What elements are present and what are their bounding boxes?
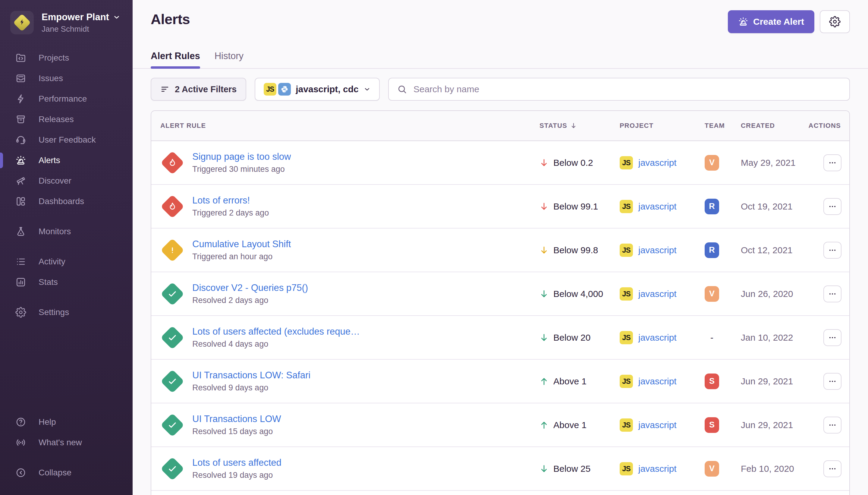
alert-rule-link[interactable]: Lots of users affected (excludes reque… (192, 326, 360, 337)
alert-rule-status-text: Resolved 2 days ago (192, 296, 308, 305)
alert-severity-icon (160, 151, 185, 175)
created-date: Jun 29, 2021 (741, 376, 793, 387)
bolt-logo-icon (18, 19, 26, 27)
javascript-platform-icon: JS (620, 331, 633, 344)
create-alert-button[interactable]: Create Alert (728, 10, 814, 33)
team-avatar: R (705, 199, 719, 214)
check-icon (167, 332, 177, 343)
row-actions-button[interactable] (823, 373, 841, 390)
project-link[interactable]: javascript (638, 420, 677, 430)
tab-history[interactable]: History (214, 51, 244, 68)
project-selector-label: javascript, cdc (296, 84, 358, 95)
table-row[interactable]: Lots of errors! Triggered 2 days ago Bel… (151, 185, 849, 228)
sidebar-nav: Projects Issues Performance Releases Use… (0, 48, 133, 483)
table-row[interactable]: Signup page is too slow Triggered 30 min… (151, 141, 849, 185)
sidebar-item-stats[interactable]: Stats (0, 272, 133, 292)
status-value: Below 20 (553, 332, 590, 343)
table-row[interactable]: Cumulative Layout Shift Triggered an hou… (151, 228, 849, 272)
sidebar-item-help[interactable]: Help (0, 412, 133, 432)
project-link[interactable]: javascript (638, 464, 677, 474)
projects-icon (15, 52, 27, 63)
threshold-arrow-icon (539, 289, 549, 299)
alert-rule-link[interactable]: Cumulative Layout Shift (192, 239, 291, 250)
column-header-project[interactable]: PROJECT (609, 122, 699, 130)
table-body: Signup page is too slow Triggered 30 min… (151, 141, 849, 491)
status-value: Below 0.2 (553, 158, 593, 168)
alert-rule-link[interactable]: UI Transactions LOW: Safari (192, 370, 310, 381)
sidebar-item-activity[interactable]: Activity (0, 252, 133, 272)
threshold-arrow-icon (539, 245, 549, 255)
sidebar-item-user-feedback[interactable]: User Feedback (0, 130, 133, 150)
sort-descending-icon (570, 122, 577, 130)
gear-icon (829, 16, 840, 28)
sidebar-item-collapse[interactable]: Collapse (0, 462, 133, 483)
alert-rule-link[interactable]: Discover V2 - Queries p75() (192, 283, 308, 293)
org-switcher[interactable]: Empower Plant Jane Schmidt (0, 11, 133, 34)
fire-icon (168, 202, 177, 211)
sidebar-item-settings[interactable]: Settings (0, 302, 133, 323)
row-actions-button[interactable] (823, 242, 841, 259)
active-filters-button[interactable]: 2 Active Filters (151, 78, 246, 101)
sidebar-item-label: Performance (39, 94, 87, 104)
sidebar-item-whats-new[interactable]: What's new (0, 432, 133, 453)
row-actions-button[interactable] (823, 329, 841, 346)
column-header-alert-rule[interactable]: ALERT RULE (151, 122, 534, 130)
search-input[interactable] (414, 84, 841, 95)
project-selector[interactable]: JS javascript, cdc (255, 78, 379, 101)
sidebar-item-performance[interactable]: Performance (0, 89, 133, 109)
column-header-status[interactable]: STATUS (534, 122, 609, 130)
alert-rule-link[interactable]: UI Transactions LOW (192, 414, 281, 425)
sidebar-item-alerts[interactable]: Alerts (0, 150, 133, 171)
table-row[interactable]: Lots of users affected Resolved 19 days … (151, 447, 849, 491)
sidebar-item-monitors[interactable]: Monitors (0, 221, 133, 242)
alert-rule-link[interactable]: Signup page is too slow (192, 151, 291, 162)
alert-rule-status-text: Resolved 9 days ago (192, 383, 310, 393)
javascript-platform-icon: JS (264, 83, 276, 96)
sidebar-item-label: Dashboards (39, 197, 84, 206)
main-content: Alerts Create Alert Alert Rules History … (133, 0, 868, 495)
alert-rule-status-text: Resolved 4 days ago (192, 339, 360, 349)
alert-severity-icon (160, 194, 185, 219)
table-row[interactable]: Lots of users affected (excludes reque… … (151, 316, 849, 360)
lightning-icon (15, 93, 27, 104)
alert-rule-link[interactable]: Lots of errors! (192, 195, 269, 206)
table-row[interactable]: Discover V2 - Queries p75() Resolved 2 d… (151, 272, 849, 316)
team-avatar: - (705, 330, 719, 345)
project-link[interactable]: javascript (638, 332, 677, 343)
row-actions-button[interactable] (823, 154, 841, 171)
sidebar: Empower Plant Jane Schmidt Projects Issu… (0, 0, 133, 495)
telescope-icon (15, 175, 27, 186)
python-platform-icon (278, 83, 291, 96)
broadcast-icon (15, 437, 27, 448)
sidebar-item-projects[interactable]: Projects (0, 48, 133, 68)
alert-rule-link[interactable]: Lots of users affected (192, 457, 281, 468)
project-link[interactable]: javascript (638, 201, 677, 211)
sidebar-item-label: Projects (39, 53, 69, 63)
ellipsis-icon (829, 290, 836, 298)
alert-severity-icon (160, 326, 185, 350)
sidebar-item-releases[interactable]: Releases (0, 109, 133, 130)
column-header-created[interactable]: CREATED (735, 122, 814, 130)
sidebar-item-issues[interactable]: Issues (0, 68, 133, 89)
alert-settings-button[interactable] (820, 10, 850, 33)
org-logo (10, 11, 34, 34)
row-actions-button[interactable] (823, 460, 841, 477)
project-link[interactable]: javascript (638, 289, 677, 299)
status-value: Above 1 (553, 376, 587, 387)
alert-severity-icon (160, 413, 185, 437)
project-link[interactable]: javascript (638, 376, 677, 387)
issues-icon (15, 73, 27, 84)
ellipsis-icon (829, 377, 836, 385)
column-header-team[interactable]: TEAM (699, 122, 735, 130)
table-row[interactable]: UI Transactions LOW: Safari Resolved 9 d… (151, 360, 849, 403)
row-actions-button[interactable] (823, 286, 841, 302)
row-actions-button[interactable] (823, 416, 841, 433)
sidebar-item-discover[interactable]: Discover (0, 171, 133, 191)
tab-alert-rules[interactable]: Alert Rules (151, 51, 200, 68)
sidebar-item-dashboards[interactable]: Dashboards (0, 191, 133, 211)
table-row[interactable]: UI Transactions LOW Resolved 15 days ago… (151, 403, 849, 447)
project-link[interactable]: javascript (638, 245, 677, 255)
row-actions-button[interactable] (823, 198, 841, 215)
ellipsis-icon (829, 159, 836, 167)
project-link[interactable]: javascript (638, 158, 677, 168)
